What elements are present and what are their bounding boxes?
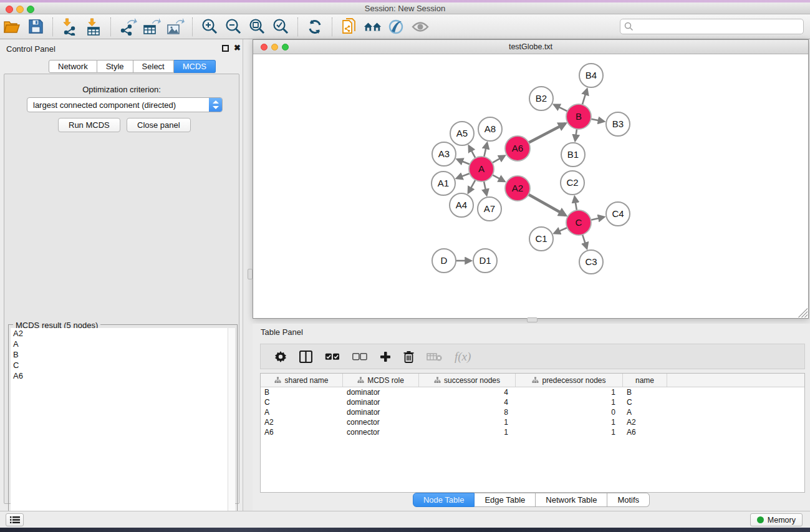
mcds-result-item[interactable]: A (11, 339, 228, 349)
edge-A2-C[interactable] (528, 195, 566, 215)
table-cell[interactable]: dominator (343, 407, 419, 417)
edge-A-A7[interactable] (484, 181, 486, 195)
select-all-checkboxes-icon[interactable] (325, 353, 340, 360)
tab-edge-table[interactable]: Edge Table (475, 493, 536, 507)
frame-resize-grip[interactable] (798, 307, 808, 317)
edge-C-C4[interactable] (591, 217, 604, 220)
table-cell[interactable]: C (261, 397, 343, 407)
table-cell[interactable]: 1 (516, 417, 623, 427)
edge-B-B3[interactable] (591, 119, 604, 122)
mcds-result-item[interactable]: A2 (11, 328, 228, 339)
table-cell[interactable]: C (623, 397, 667, 407)
table-row[interactable]: Cdominator41C (261, 397, 804, 407)
table-cell[interactable]: 1 (419, 417, 516, 427)
column-header-name[interactable]: name (623, 374, 667, 387)
tab-node-table[interactable]: Node Table (413, 493, 475, 507)
edge-B-B2[interactable] (554, 105, 567, 111)
table-cell[interactable]: dominator (343, 397, 419, 407)
table-cell[interactable]: 8 (419, 407, 516, 417)
table-cell[interactable]: dominator (343, 387, 419, 397)
table-cell[interactable]: 1 (516, 397, 623, 407)
edge-C-C1[interactable] (554, 228, 567, 233)
table-cell[interactable]: B (261, 387, 343, 397)
edge-A-A2[interactable] (493, 175, 504, 181)
table-row[interactable]: A2connector11A2 (261, 417, 804, 427)
close-panel-button[interactable]: Close panel (127, 118, 191, 132)
close-panel-icon[interactable]: ✖ (234, 43, 241, 52)
table-cell[interactable]: connector (343, 427, 419, 437)
tab-motifs[interactable]: Motifs (607, 493, 650, 507)
column-header-MCDS-role[interactable]: MCDS role (343, 374, 419, 387)
zoom-in-icon[interactable] (200, 17, 219, 36)
table-cell[interactable]: 1 (516, 427, 623, 437)
edge-A-A6[interactable] (492, 156, 504, 163)
zoom-out-icon[interactable] (224, 17, 243, 36)
export-table-icon[interactable] (142, 17, 161, 36)
edge-A-A8[interactable] (484, 143, 487, 157)
table-cell[interactable]: A6 (261, 427, 343, 437)
column-header-shared-name[interactable]: shared name (261, 374, 343, 387)
mcds-result-item[interactable]: A6 (11, 370, 228, 381)
search-input[interactable] (634, 22, 803, 31)
style-toggle-icon[interactable] (387, 17, 406, 36)
table-cell[interactable]: A (261, 407, 343, 417)
network-graph[interactable]: B4B2BB3A8A5A6A3B1AC2A1A2A4A7C4CC1C3DD1 (254, 55, 808, 318)
delete-table-icon[interactable] (427, 352, 442, 362)
task-history-button[interactable] (6, 513, 24, 526)
tab-network[interactable]: Network (49, 60, 97, 73)
show-all-networks-icon[interactable] (364, 17, 382, 36)
table-cell[interactable]: B (623, 387, 667, 397)
save-session-icon[interactable] (26, 17, 45, 36)
run-mcds-button[interactable]: Run MCDS (58, 118, 120, 132)
table-row[interactable]: Adominator80A (261, 407, 804, 417)
table-cell[interactable]: A2 (261, 417, 343, 427)
column-header-predecessor-nodes[interactable]: predecessor nodes (516, 374, 623, 387)
mcds-result-scrollbar[interactable] (228, 328, 235, 530)
edge-C-C3[interactable] (582, 235, 587, 248)
table-cell[interactable]: A2 (623, 417, 667, 427)
split-columns-icon[interactable] (299, 351, 312, 363)
edge-A-A5[interactable] (469, 146, 475, 158)
mcds-result-item[interactable]: B (11, 349, 228, 360)
hide-selected-eye-icon[interactable] (411, 17, 430, 36)
table-cell[interactable]: A6 (623, 427, 667, 437)
zoom-fit-icon[interactable] (248, 17, 266, 36)
table-cell[interactable]: 1 (419, 427, 516, 437)
edge-B-B4[interactable] (582, 89, 587, 105)
copy-network-icon[interactable] (340, 17, 359, 36)
split-divider-handle[interactable] (248, 269, 253, 279)
tab-select[interactable]: Select (133, 60, 174, 73)
memory-button[interactable]: Memory (750, 513, 803, 526)
edge-A-A1[interactable] (457, 173, 470, 178)
edge-B-B1[interactable] (575, 129, 577, 140)
tab-style[interactable]: Style (97, 60, 133, 73)
table-cell[interactable]: connector (343, 417, 419, 427)
tab-network-table[interactable]: Network Table (536, 493, 607, 507)
split-divider-handle[interactable] (527, 317, 538, 322)
delete-column-trash-icon[interactable] (403, 351, 414, 363)
open-session-icon[interactable] (2, 17, 21, 36)
export-image-icon[interactable] (166, 17, 185, 36)
import-network-icon[interactable] (60, 17, 79, 36)
edge-A-A4[interactable] (468, 180, 475, 193)
mcds-result-item[interactable]: C (11, 360, 228, 370)
edge-C-C2[interactable] (575, 197, 577, 211)
tab-mcds[interactable]: MCDS (174, 60, 216, 73)
column-header-successor-nodes[interactable]: successor nodes (419, 374, 516, 387)
float-panel-icon[interactable] (222, 45, 229, 52)
table-cell[interactable]: 4 (419, 387, 516, 397)
deselect-all-checkboxes-icon[interactable] (352, 353, 367, 360)
table-cell[interactable]: 4 (419, 397, 516, 407)
edge-A-A3[interactable] (457, 160, 470, 165)
table-cell[interactable]: 1 (516, 387, 623, 397)
zoom-selected-icon[interactable] (271, 17, 290, 36)
export-network-icon[interactable] (118, 17, 137, 36)
add-column-plus-icon[interactable] (380, 351, 391, 362)
table-settings-gear-icon[interactable] (274, 351, 287, 363)
table-cell[interactable]: 0 (516, 407, 623, 417)
table-cell[interactable]: A (623, 407, 667, 417)
import-table-icon[interactable] (84, 17, 103, 36)
table-row[interactable]: Bdominator41B (261, 387, 804, 397)
table-row[interactable]: A6connector11A6 (261, 427, 804, 437)
criterion-dropdown[interactable]: largest connected component (directed) (27, 97, 223, 112)
